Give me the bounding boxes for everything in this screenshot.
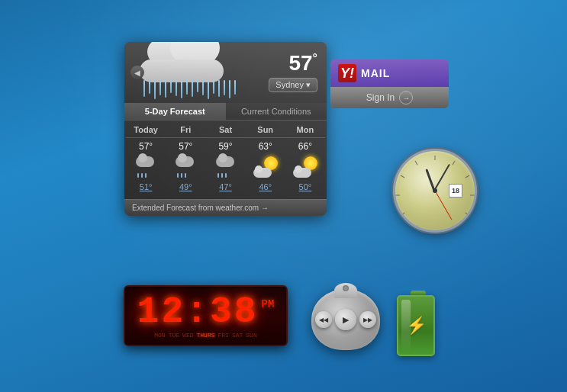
hi-temp-today: 57°	[126, 140, 166, 153]
weather-icon-fri	[174, 156, 197, 178]
day-label-fri: Fri	[166, 124, 205, 136]
weather-cloud-rain	[132, 42, 231, 107]
hi-temp-fri: 57°	[166, 140, 205, 153]
cloud-body	[140, 42, 224, 82]
play-button[interactable]: ▶	[335, 309, 356, 330]
day-wed: WED	[182, 332, 193, 339]
digital-time-display: 12:38	[137, 294, 259, 330]
hi-temps-row: 57° 57° 59° 63° 66°	[126, 140, 325, 153]
location-text: Sydney	[275, 80, 304, 89]
player-body: ◀◀ ▶ ▶▶	[311, 289, 380, 350]
battery-body: ⚡	[397, 295, 435, 356]
rain-lines	[143, 80, 236, 99]
day-thurs: THURS	[196, 332, 214, 339]
day-fri: FRI	[218, 332, 229, 339]
day-sun: SUN	[246, 332, 256, 339]
signin-arrow-icon: →	[399, 91, 413, 104]
yahoo-mail-widget: Y! MAIL Sign In →	[330, 59, 449, 108]
digital-days-row: MON TUE WED THURS FRI SAT SUN	[154, 332, 256, 339]
weather-widget: ◀ 57° Sydney ▾ 5-Day Forecast Current Co…	[124, 42, 327, 216]
player-knob[interactable]	[334, 283, 357, 298]
forecast-col-mon: Mon	[285, 124, 325, 136]
lo-temp-sun: 46°	[246, 181, 285, 193]
yahoo-mail-label: MAIL	[361, 67, 390, 79]
extended-forecast-link[interactable]: Extended Forecast from weather.com →	[124, 199, 327, 216]
forecast-col-sun: Sun	[246, 124, 285, 136]
weather-icon-mon	[293, 156, 317, 178]
weather-top: ◀ 57° Sydney ▾	[124, 42, 327, 103]
lo-temp-mon: 50°	[285, 181, 325, 193]
day-label-mon: Mon	[285, 124, 325, 136]
weather-icon-sat	[214, 156, 237, 178]
battery-plug-icon: ⚡	[406, 316, 427, 336]
yahoo-mail-header: Y! MAIL	[330, 59, 449, 87]
day-tue: TUE	[169, 332, 179, 339]
battery-widget: ⚡	[397, 291, 439, 358]
yahoo-y-logo: Y!	[338, 64, 356, 82]
day-mon: MON	[154, 332, 165, 339]
prev-location-button[interactable]: ◀	[130, 66, 144, 79]
clock-date: 18	[449, 184, 462, 198]
extended-forecast-text: Extended Forecast from weather.com →	[132, 204, 269, 212]
player-controls: ◀◀ ▶ ▶▶	[315, 309, 376, 330]
hi-temp-sun: 63°	[246, 140, 285, 153]
media-player-widget: ◀◀ ▶ ▶▶	[311, 289, 384, 358]
weather-icon-today	[134, 156, 157, 178]
weather-icon-sun	[253, 156, 278, 178]
forecast-col-today: Today	[126, 124, 166, 136]
lo-temp-sat: 47°	[205, 181, 245, 193]
temperature-value: 57°	[269, 53, 317, 74]
digital-ampm: PM	[262, 298, 275, 310]
digital-clock-widget: 12:38 PM MON TUE WED THURS FRI SAT SUN	[124, 285, 288, 346]
tab-current-conditions[interactable]: Current Conditions	[226, 103, 327, 120]
hi-temp-sat: 59°	[205, 140, 245, 153]
signin-text: Sign In	[366, 92, 395, 103]
weather-icons-row	[126, 153, 325, 181]
minute-hand	[433, 164, 450, 191]
day-label-sun: Sun	[246, 124, 285, 136]
location-badge[interactable]: Sydney ▾	[269, 78, 317, 92]
hi-temp-mon: 66°	[285, 140, 325, 153]
clock-face: 18	[393, 149, 477, 233]
prev-button[interactable]: ◀◀	[315, 311, 332, 328]
dropdown-icon: ▾	[306, 80, 311, 90]
yahoo-signin-button[interactable]: Sign In →	[330, 87, 449, 108]
day-label-today: Today	[126, 124, 166, 136]
lo-temp-today: 51°	[126, 181, 166, 193]
day-sat: SAT	[232, 332, 243, 339]
forecast-header: Today Fri Sat Sun Mon	[126, 124, 325, 138]
forecast-col-sat: Sat	[205, 124, 245, 136]
forecast-col-fri: Fri	[166, 124, 205, 136]
day-label-sat: Sat	[205, 124, 245, 136]
temperature-display: 57° Sydney ▾	[269, 53, 317, 92]
lo-temps-row: 51° 49° 47° 46° 50°	[126, 181, 325, 196]
next-button[interactable]: ▶▶	[359, 311, 376, 328]
analog-clock-widget: 18	[393, 149, 477, 233]
digital-time-row: 12:38 PM	[137, 294, 275, 330]
hour-hand	[425, 169, 435, 191]
clock-center-dot	[433, 188, 437, 193]
lo-temp-fri: 49°	[166, 181, 205, 193]
forecast-table: Today Fri Sat Sun Mon 57° 57° 59° 63° 66…	[124, 120, 327, 199]
